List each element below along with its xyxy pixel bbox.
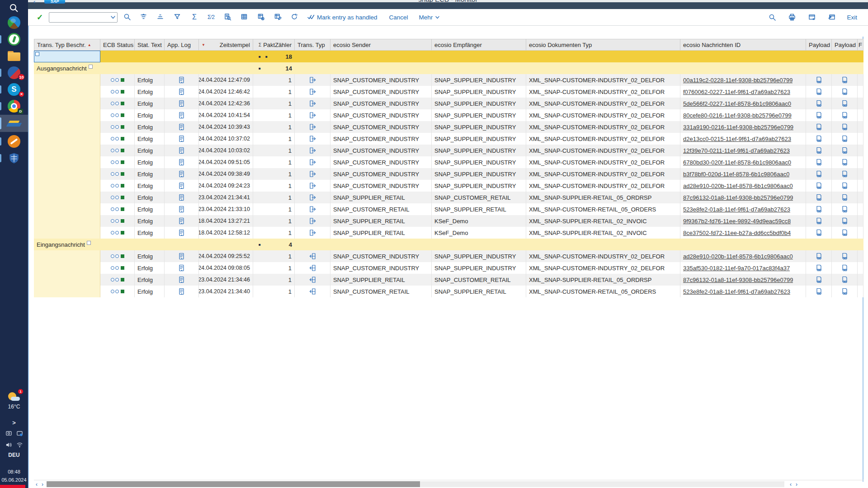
taskbar-explorer-button[interactable] xyxy=(0,48,28,64)
message-id-link[interactable]: 523e8fe2-01a8-11ef-9f61-d7a69ab27623 xyxy=(683,204,790,215)
header-stat-text[interactable]: Stat. Text xyxy=(135,39,165,50)
taskbar-skype-button[interactable]: S ✕ xyxy=(0,82,28,97)
payload-display-icon[interactable] xyxy=(815,217,823,225)
scroll-right-button[interactable]: › xyxy=(40,482,45,487)
application-log-icon[interactable] xyxy=(178,288,185,296)
taskbar-security-button[interactable] xyxy=(0,150,28,166)
message-id-link[interactable]: ad28e910-020b-11ef-8578-6b1c9806aac0 xyxy=(683,251,793,262)
keyboard-language[interactable]: DEU xyxy=(0,452,28,458)
payload-display-icon[interactable] xyxy=(841,182,849,190)
cancel-button[interactable]: Cancel xyxy=(389,14,408,21)
message-id-link[interactable]: 331a9190-0216-11ef-9308-bb25796e0799 xyxy=(683,122,793,133)
header-payload-1[interactable]: Payload xyxy=(806,39,832,50)
exit-button[interactable]: Exit xyxy=(847,14,857,21)
clock-date[interactable]: 05.06.2024 xyxy=(0,477,28,483)
payload-display-icon[interactable] xyxy=(815,147,823,155)
message-id-link[interactable]: 335af530-0182-11ef-9a70-017ac83f4a37 xyxy=(683,263,790,274)
application-log-icon[interactable] xyxy=(178,264,185,272)
message-id-link[interactable]: 12f39e70-0211-11ef-9f61-d7a69ab27623 xyxy=(683,145,790,156)
taskbar-search-button[interactable] xyxy=(0,0,28,16)
screen-share-icon[interactable] xyxy=(16,430,23,437)
application-log-icon[interactable] xyxy=(178,206,185,213)
taskbar-weather-button[interactable]: 1 xyxy=(0,390,28,404)
payload-display-icon[interactable] xyxy=(841,88,849,96)
message-id-link[interactable]: 523e8fe2-01a8-11ef-9f61-d7a69ab27623 xyxy=(683,286,790,297)
payload-display-icon[interactable] xyxy=(815,88,823,96)
message-id-link[interactable]: 5de566f2-0227-11ef-8578-6b1c9806aac0 xyxy=(683,98,791,109)
payload-display-icon[interactable] xyxy=(815,253,823,260)
collapse-toggle-icon[interactable] xyxy=(35,52,39,56)
header-trans-typ[interactable]: Trans. Typ xyxy=(295,39,330,50)
taskbar-sap-logon-button[interactable] xyxy=(0,115,28,132)
application-log-icon[interactable] xyxy=(178,100,185,108)
message-id-link[interactable]: 9f9367b2-fd76-11ee-9892-49d9eac59cc8 xyxy=(683,216,791,227)
print-button[interactable] xyxy=(787,12,798,23)
group-collapse-toggle[interactable] xyxy=(89,65,93,69)
payload-display-icon[interactable] xyxy=(841,159,849,166)
payload-display-icon[interactable] xyxy=(841,135,849,143)
message-id-link[interactable]: 6780bd30-020f-11ef-8578-6b1c9806aac0 xyxy=(683,157,791,168)
command-input[interactable] xyxy=(49,13,110,22)
taskbar-app-green-button[interactable] xyxy=(0,32,28,47)
application-log-icon[interactable] xyxy=(178,159,185,166)
payload-display-icon[interactable] xyxy=(841,264,849,272)
application-log-icon[interactable] xyxy=(178,276,185,284)
header-ecosio-sender[interactable]: ecosio Sender xyxy=(330,39,432,50)
payload-display-icon[interactable] xyxy=(815,229,823,237)
subtotal-button[interactable]: Σ⁄2 xyxy=(206,11,217,23)
selected-hierarchy-cell[interactable] xyxy=(34,51,100,62)
header-truncated[interactable]: F xyxy=(858,39,863,50)
scrollbar-track[interactable] xyxy=(47,481,784,487)
payload-display-icon[interactable] xyxy=(815,76,823,84)
application-log-icon[interactable] xyxy=(178,182,185,190)
application-log-icon[interactable] xyxy=(178,229,185,237)
scroll-right-button-2[interactable]: › xyxy=(794,482,799,487)
payload-display-icon[interactable] xyxy=(841,229,849,237)
filter-button[interactable] xyxy=(172,11,183,23)
payload-display-icon[interactable] xyxy=(841,217,849,225)
payload-display-icon[interactable] xyxy=(815,135,823,143)
message-id-link[interactable]: d2e13cc0-0215-11ef-9f61-d7a69ab27623 xyxy=(683,133,791,145)
payload-display-icon[interactable] xyxy=(841,194,849,202)
taskbar-mail-button[interactable]: 10 xyxy=(0,65,28,80)
payload-display-icon[interactable] xyxy=(841,112,849,119)
message-id-link[interactable]: f0760062-0227-11ef-9f61-d7a69ab27623 xyxy=(683,86,790,98)
payload-display-icon[interactable] xyxy=(815,123,823,131)
display-icon[interactable] xyxy=(5,430,12,437)
payload-display-icon[interactable] xyxy=(815,182,823,190)
payload-display-icon[interactable] xyxy=(815,206,823,213)
payload-display-icon[interactable] xyxy=(815,100,823,108)
search-button[interactable] xyxy=(767,12,778,23)
confirm-button[interactable]: ✓ xyxy=(34,11,45,23)
payload-display-icon[interactable] xyxy=(841,100,849,108)
application-log-icon[interactable] xyxy=(178,123,185,131)
open-new-window-button[interactable] xyxy=(827,12,838,23)
payload-display-icon[interactable] xyxy=(815,159,823,166)
message-id-link[interactable]: 87c96132-01a8-11ef-9308-bb25796e0799 xyxy=(683,274,793,286)
application-log-icon[interactable] xyxy=(178,170,185,178)
scrollbar-thumb[interactable] xyxy=(47,481,420,487)
payload-display-icon[interactable] xyxy=(841,206,849,213)
application-log-icon[interactable] xyxy=(178,217,185,225)
payload-display-icon[interactable] xyxy=(841,170,849,178)
group-collapse-toggle[interactable] xyxy=(87,241,91,245)
payload-display-icon[interactable] xyxy=(815,288,823,296)
payload-display-icon[interactable] xyxy=(815,194,823,202)
more-menu-button[interactable]: Mehr xyxy=(419,14,440,21)
header-trans-typ-beschr[interactable]: Trans. Typ Beschr.▲ xyxy=(34,39,100,50)
header-ecosio-nachrichten-id[interactable]: ecosio Nachrichten ID xyxy=(680,39,806,50)
sort-descending-button[interactable] xyxy=(156,11,166,23)
back-button[interactable]: ‹ xyxy=(33,0,35,5)
application-log-icon[interactable] xyxy=(178,112,185,119)
scroll-left-button-2[interactable]: ‹ xyxy=(788,482,793,487)
sort-ascending-button[interactable] xyxy=(139,11,150,23)
taskbar-browser-button[interactable] xyxy=(0,15,28,30)
header-ecb-status[interactable]: ECB Status xyxy=(100,39,135,50)
header-paktzaehler[interactable]: ΣPaktZähler xyxy=(253,39,295,50)
payload-display-icon[interactable] xyxy=(841,288,849,296)
find-button[interactable] xyxy=(122,11,133,23)
message-id-link[interactable]: 80cefe80-0216-11ef-9308-bb25796e0799 xyxy=(683,110,792,121)
payload-display-icon[interactable] xyxy=(815,264,823,272)
clock-time[interactable]: 08:48 xyxy=(0,469,28,474)
payload-display-icon[interactable] xyxy=(841,253,849,260)
